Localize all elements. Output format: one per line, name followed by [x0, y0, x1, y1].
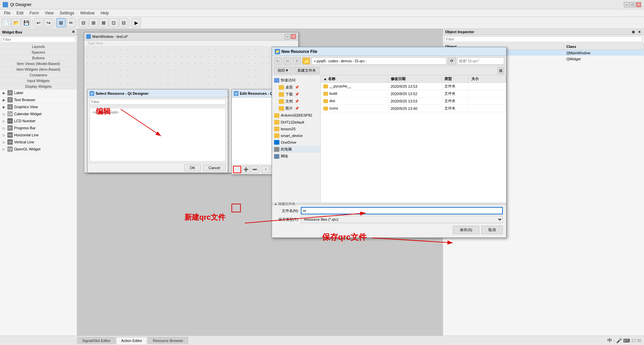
menu-settings[interactable]: Settings: [57, 10, 77, 16]
cancel-button[interactable]: 取消: [481, 226, 503, 234]
sidebar-network[interactable]: 网络: [272, 153, 320, 160]
category-spacers[interactable]: Spacers: [0, 50, 77, 55]
select-resource-filter-input[interactable]: [90, 99, 226, 105]
menu-edit[interactable]: Edit: [14, 10, 26, 16]
move-up-btn[interactable]: ↑: [262, 166, 270, 173]
layout-break-btn[interactable]: ⊟: [119, 18, 128, 27]
oi-col-class: Class: [564, 44, 644, 50]
bc-codes[interactable]: codes: [328, 59, 338, 63]
maximize-btn[interactable]: □: [630, 2, 635, 7]
save-button[interactable]: 保存(S): [453, 226, 479, 234]
oi-class-central: QWidget: [564, 56, 644, 62]
sidebar-pictures[interactable]: 图片 📌: [272, 105, 320, 112]
open-button[interactable]: 📂: [11, 18, 21, 27]
nrd-forward-btn[interactable]: →: [283, 57, 291, 65]
category-itemwidgets[interactable]: Item Widgets (Item-Based): [0, 67, 77, 72]
widget-box-close[interactable]: ✕: [72, 30, 75, 34]
col-date[interactable]: 修改日期: [388, 75, 441, 83]
category-itemviews[interactable]: Item Views (Model-Based): [0, 61, 77, 67]
bc-demos[interactable]: demos: [341, 59, 352, 63]
add-prefix-btn[interactable]: ➕: [242, 166, 250, 173]
nrd-up-btn[interactable]: ↑: [293, 57, 301, 65]
filetype-label: 保存类型(T):: [275, 217, 299, 222]
nrd-organize-btn[interactable]: 组织▼: [274, 67, 292, 74]
nrd-new-folder-btn[interactable]: 新建文件夹: [294, 67, 320, 74]
filename-input[interactable]: [301, 207, 503, 214]
category-containers[interactable]: Containers: [0, 72, 77, 78]
widget-item-vline[interactable]: ▷ Ve Vertical Line: [0, 139, 77, 146]
file-size-2: [468, 97, 506, 105]
table-row[interactable]: dist 2020/9/25 13:53 文件夹: [321, 97, 506, 105]
table-row[interactable]: __pycache__ 2020/9/25 13:53 文件夹: [321, 83, 506, 90]
select-resource-ok[interactable]: OK: [184, 164, 201, 171]
menu-help[interactable]: Help: [98, 10, 112, 16]
sidebar-dht11[interactable]: DHT11Default: [272, 119, 320, 126]
widget-item-label[interactable]: ▶ A Label: [0, 89, 77, 96]
widget-mode-btn[interactable]: ⊞: [56, 18, 66, 27]
widget-item-progress[interactable]: ▷ Pr Progress Bar: [0, 125, 77, 132]
col-type[interactable]: 类型: [441, 75, 468, 83]
canvas-close[interactable]: ✕: [291, 34, 296, 39]
save-button[interactable]: 💾: [21, 18, 31, 27]
hide-folders-btn[interactable]: ▲ 隐藏文件夹: [274, 202, 295, 206]
tab-signal-slot[interactable]: Signal/Slot Editor: [77, 337, 115, 344]
widget-item-hline[interactable]: ▷ Ho Horizontal Line: [0, 132, 77, 139]
sidebar-smart-device[interactable]: smart_device: [272, 132, 320, 139]
file-size-3: [468, 105, 506, 112]
sidebar-lesson25[interactable]: lesson25: [272, 126, 320, 132]
layout-h-btn[interactable]: ⊟: [79, 18, 88, 27]
tab-resource-browser[interactable]: Resource Browser: [148, 337, 188, 344]
table-row[interactable]: build 2020/9/25 13:52 文件夹: [321, 90, 506, 97]
new-button[interactable]: 📄: [1, 18, 11, 27]
menu-file[interactable]: File: [1, 10, 13, 16]
col-size[interactable]: 大小: [468, 75, 506, 83]
layout-grid-btn[interactable]: ⊠: [99, 18, 108, 27]
menu-view[interactable]: View: [42, 10, 56, 16]
widget-item-calendar[interactable]: ▷ Ca Calendar Widget: [0, 111, 77, 118]
widget-item-textbrowser[interactable]: ▶ T Text Browser: [0, 96, 77, 104]
col-name[interactable]: ▲ 名称: [321, 75, 388, 83]
sidebar-desktop[interactable]: 桌面 📌: [272, 84, 320, 91]
bc-15qrc[interactable]: 15-qrc: [354, 59, 365, 63]
menu-form[interactable]: Form: [27, 10, 42, 16]
widget-item-opengl[interactable]: ▷ Op OpenGL Widget: [0, 146, 77, 153]
layout-form-btn[interactable]: ⊡: [109, 18, 118, 27]
category-inputwidgets[interactable]: Input Widgets: [0, 78, 77, 84]
add-file-btn[interactable]: 📄: [233, 166, 241, 173]
select-resource-cancel[interactable]: Cancel: [203, 164, 226, 171]
undo-button[interactable]: ↩: [34, 18, 43, 27]
sidebar-documents[interactable]: 文档 📌: [272, 98, 320, 105]
oi-filter-input[interactable]: [444, 36, 643, 42]
category-layouts[interactable]: Layouts: [0, 44, 77, 50]
tree-root-item[interactable]: <resource root>: [91, 110, 224, 115]
sidebar-downloads[interactable]: 下载 📌: [272, 91, 320, 98]
nrd-refresh-btn[interactable]: ⟳: [448, 57, 456, 65]
nrd-back-btn[interactable]: ←: [274, 57, 282, 65]
preview-btn[interactable]: ▶: [131, 18, 141, 27]
sidebar-quick-access[interactable]: 快速访问: [272, 77, 320, 84]
category-buttons[interactable]: Buttons: [0, 55, 77, 61]
widget-item-graphicsview[interactable]: ▶ G Graphics View: [0, 104, 77, 111]
oi-undock[interactable]: ⊞: [631, 30, 636, 34]
canvas-minimize[interactable]: –: [285, 34, 290, 39]
nrd-search-input[interactable]: [457, 57, 504, 65]
close-btn[interactable]: ✕: [636, 2, 641, 7]
redo-button[interactable]: ↪: [44, 18, 53, 27]
category-displaywidgets[interactable]: Display Widgets: [0, 84, 77, 89]
oi-close[interactable]: ✕: [637, 30, 642, 34]
widget-item-lcd[interactable]: ▷ LC LCD Number: [0, 118, 77, 125]
view-toggle-btn[interactable]: ⊞: [497, 67, 504, 74]
remove-btn[interactable]: ➖: [251, 166, 259, 173]
widget-box-filter-input[interactable]: [1, 37, 75, 43]
minimize-btn[interactable]: –: [624, 2, 629, 7]
table-row[interactable]: icons 2020/9/25 13:40 文件夹: [321, 105, 506, 112]
edit-mode-btn[interactable]: ✏: [66, 18, 76, 27]
layout-v-btn[interactable]: ⊞: [89, 18, 98, 27]
tab-action-editor[interactable]: Action Editor: [116, 337, 147, 344]
sidebar-onedrive[interactable]: OneDrive: [272, 139, 320, 146]
sidebar-arduino[interactable]: Arduino玩转ESP82: [272, 112, 320, 119]
menu-window[interactable]: Window: [77, 10, 97, 16]
sidebar-this-pc[interactable]: 此电脑: [272, 146, 320, 153]
filetype-select[interactable]: Resource files (*.qrc): [301, 216, 503, 223]
bc-pyqt5[interactable]: pyqt5: [317, 59, 326, 63]
